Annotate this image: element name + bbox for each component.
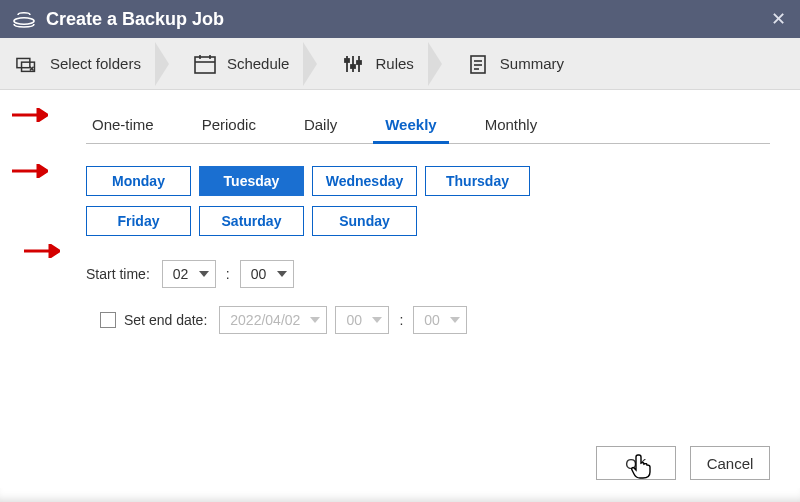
close-icon[interactable]: ✕ [771, 8, 786, 30]
svg-rect-12 [357, 61, 361, 64]
title-bar: Create a Backup Job ✕ [0, 0, 800, 38]
chevron-down-icon [199, 271, 209, 277]
tab-periodic[interactable]: Periodic [196, 110, 262, 143]
wizard-step-schedule[interactable]: Schedule [189, 38, 330, 90]
tab-weekly[interactable]: Weekly [379, 110, 442, 143]
start-minute-select[interactable]: 00 [240, 260, 294, 288]
day-sunday[interactable]: Sunday [312, 206, 417, 236]
end-minute-select[interactable]: 00 [413, 306, 467, 334]
svg-point-0 [14, 18, 34, 24]
chevron-down-icon [372, 317, 382, 323]
cancel-button[interactable]: Cancel [690, 446, 770, 480]
chevron-right-icon [303, 42, 317, 86]
wizard-step-rules[interactable]: Rules [337, 38, 453, 90]
day-tuesday[interactable]: Tuesday [199, 166, 304, 196]
start-time-label: Start time: [86, 266, 150, 282]
schedule-panel: One-time Periodic Daily Weekly Monthly M… [0, 90, 800, 502]
end-date-select[interactable]: 2022/04/02 [219, 306, 327, 334]
chevron-down-icon [450, 317, 460, 323]
tab-monthly[interactable]: Monthly [479, 110, 544, 143]
chevron-down-icon [310, 317, 320, 323]
time-colon: : [397, 312, 405, 328]
wizard-steps: Select folders Schedule Rules Summary [0, 38, 800, 90]
end-date-row: Set end date: 2022/04/02 00 : 00 [100, 306, 770, 334]
svg-rect-3 [195, 57, 215, 73]
annotation-arrow-icon [12, 164, 48, 178]
chevron-right-icon [155, 42, 169, 86]
day-monday[interactable]: Monday [86, 166, 191, 196]
tab-one-time[interactable]: One-time [86, 110, 160, 143]
wizard-step-summary[interactable]: Summary [462, 48, 576, 80]
step-label: Summary [500, 55, 564, 72]
end-hour-select[interactable]: 00 [335, 306, 389, 334]
svg-rect-10 [345, 59, 349, 62]
sliders-icon [341, 52, 365, 76]
annotation-arrow-icon [12, 108, 48, 122]
tab-daily[interactable]: Daily [298, 110, 343, 143]
day-selector: Monday Tuesday Wednesday Thursday Friday… [86, 166, 770, 236]
start-hour-select[interactable]: 02 [162, 260, 216, 288]
folders-icon [16, 52, 40, 76]
svg-rect-1 [17, 58, 30, 67]
drive-icon [12, 9, 36, 29]
end-date-checkbox[interactable] [100, 312, 116, 328]
step-label: Schedule [227, 55, 290, 72]
backup-job-dialog: Create a Backup Job ✕ Select folders Sch… [0, 0, 800, 502]
chevron-down-icon [277, 271, 287, 277]
day-saturday[interactable]: Saturday [199, 206, 304, 236]
step-label: Select folders [50, 55, 141, 72]
annotation-arrow-icon [24, 244, 60, 258]
schedule-tabs: One-time Periodic Daily Weekly Monthly [86, 110, 770, 144]
ok-button[interactable]: OK [596, 446, 676, 480]
step-label: Rules [375, 55, 413, 72]
shadow [0, 488, 800, 502]
calendar-icon [193, 52, 217, 76]
day-wednesday[interactable]: Wednesday [312, 166, 417, 196]
time-colon: : [224, 266, 232, 282]
wizard-step-select-folders[interactable]: Select folders [16, 38, 181, 90]
end-date-label: Set end date: [124, 312, 207, 328]
svg-rect-11 [351, 65, 355, 68]
dialog-footer: OK Cancel [596, 446, 770, 480]
chevron-right-icon [428, 42, 442, 86]
day-friday[interactable]: Friday [86, 206, 191, 236]
dialog-title: Create a Backup Job [46, 9, 224, 30]
summary-icon [466, 52, 490, 76]
day-thursday[interactable]: Thursday [425, 166, 530, 196]
start-time-row: Start time: 02 : 00 [86, 260, 770, 288]
